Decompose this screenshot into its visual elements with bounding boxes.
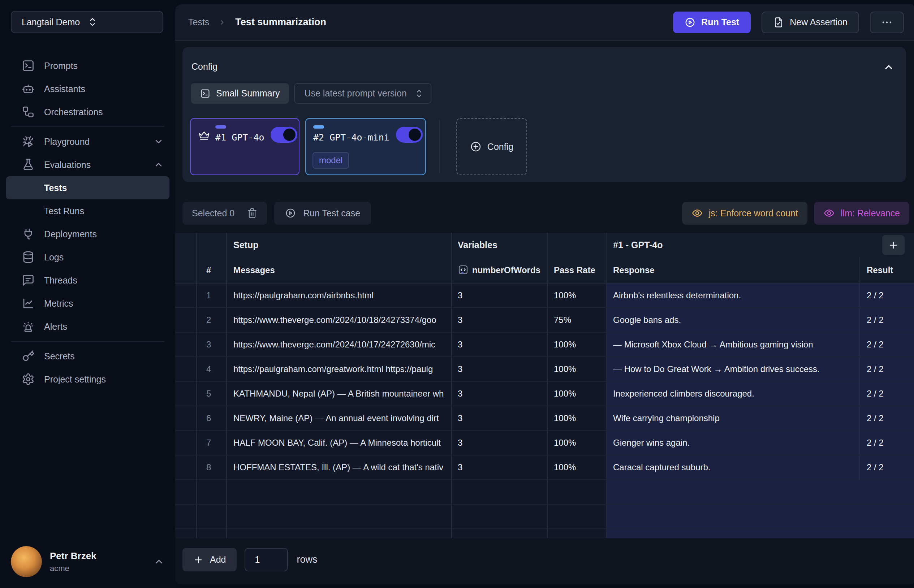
sidebar-item-prompts[interactable]: Prompts [6,54,170,77]
breadcrumb-tests[interactable]: Tests [188,17,209,27]
sidebar-item-secrets[interactable]: Secrets [6,344,170,368]
message-cell[interactable]: HOFFMAN ESTATES, Ill. (AP) — A wild cat … [227,456,452,479]
table-row[interactable]: 4 https://paulgraham.com/greatwork.html … [175,357,914,382]
model-tag[interactable]: model [313,152,349,169]
model-toggle[interactable] [396,127,423,143]
workflow-icon [22,105,35,118]
more-options-button[interactable] [870,11,904,33]
variable-cell[interactable]: 3 [452,284,548,307]
row-select-cell[interactable] [175,456,197,479]
pass-rate-cell: 100% [548,284,607,307]
model-rank: #1 [215,132,226,143]
prompt-chip[interactable]: Small Summary [191,83,289,103]
result-cell[interactable]: 2 / 2 [859,308,914,332]
workspace-selector[interactable]: Langtail Demo [11,11,163,33]
variable-cell[interactable]: 3 [452,308,548,332]
row-select-cell[interactable] [175,333,197,357]
sidebar-item-playground[interactable]: Playground [6,130,170,153]
table-row[interactable]: 5 KATHMANDU, Nepal (AP) — A British moun… [175,382,914,406]
result-cell[interactable]: 2 / 2 [859,333,914,357]
response-cell[interactable]: Google bans ads. [607,308,859,332]
collapse-chevron-icon[interactable] [883,61,895,73]
model-accent-dash [215,125,226,129]
sidebar-item-logs[interactable]: Logs [6,246,170,269]
row-select-cell[interactable] [175,431,197,455]
sidebar-item-metrics[interactable]: Metrics [6,292,170,315]
variable-cell[interactable]: 3 [452,382,548,405]
run-test-button[interactable]: Run Test [673,11,751,33]
bot-icon [22,82,35,95]
row-select-cell[interactable] [175,406,197,430]
response-cell[interactable]: Wife carrying championship [607,406,859,430]
variable-cell[interactable]: 3 [452,333,548,357]
message-cell[interactable]: HALF MOON BAY, Calif. (AP) — A Minnesota… [227,431,452,455]
message-cell[interactable]: KATHMANDU, Nepal (AP) — A British mounta… [227,382,452,405]
sidebar-item-label: Playground [44,137,153,147]
row-select-cell[interactable] [175,284,197,307]
response-cell[interactable]: Gienger wins again. [607,431,859,455]
result-cell[interactable]: 2 / 2 [859,406,914,430]
response-cell[interactable]: Caracal captured suburb. [607,456,859,479]
response-cell[interactable]: Airbnb's relentless determination. [607,284,859,307]
run-test-case-button[interactable]: Run Test case [274,202,371,225]
table-row[interactable]: 3 https://www.theverge.com/2024/10/17/24… [175,333,914,357]
table-row[interactable]: 2 https://www.theverge.com/2024/10/18/24… [175,308,914,333]
sidebar-item-threads[interactable]: Threads [6,269,170,292]
model-toggle[interactable] [271,127,297,143]
table-row[interactable]: 6 NEWRY, Maine (AP) — An annual event in… [175,406,914,431]
row-select-cell[interactable] [175,308,197,332]
table-row[interactable]: 8 HOFFMAN ESTATES, Ill. (AP) — A wild ca… [175,456,914,480]
sidebar-item-project-settings[interactable]: Project settings [6,368,170,391]
model-card-gpt4o-mini[interactable]: #2 GPT-4o-mini model [305,118,426,175]
table-row[interactable]: 1 https://paulgraham.com/airbnbs.html 3 … [175,284,914,308]
add-rows-button[interactable]: Add [182,548,237,571]
sidebar-item-assistants[interactable]: Assistants [6,77,170,100]
variable-cell[interactable]: 3 [452,406,548,430]
group-variables: Variables [452,233,548,257]
message-cell[interactable]: NEWRY, Maine (AP) — An annual event invo… [227,406,452,430]
message-cell[interactable]: https://www.theverge.com/2024/10/17/2427… [227,333,452,357]
sidebar-nav: Prompts Assistants Orchestrations Playgr… [6,54,170,391]
result-cell[interactable]: 2 / 2 [859,357,914,381]
sidebar-item-test-runs[interactable]: Test Runs [6,199,170,223]
result-cell[interactable]: 2 / 2 [859,431,914,455]
crown-icon [198,130,210,142]
assertion-badge-llm[interactable]: llm: Relevance [814,202,909,225]
add-config-button[interactable]: Config [456,118,527,175]
prompt-version-select[interactable]: Use latest prompt version [294,83,431,103]
rows-label: rows [297,554,317,565]
table-row[interactable]: 7 HALF MOON BAY, Calif. (AP) — A Minneso… [175,431,914,456]
response-cell[interactable]: Inexperienced climbers discouraged. [607,382,859,405]
variable-cell[interactable]: 3 [452,456,548,479]
sidebar-item-orchestrations[interactable]: Orchestrations [6,100,170,124]
row-select-cell[interactable] [175,357,197,381]
row-select-cell[interactable] [175,382,197,405]
sidebar-item-deployments[interactable]: Deployments [6,223,170,246]
result-cell[interactable]: 2 / 2 [859,382,914,405]
new-assertion-button[interactable]: New Assertion [762,11,859,33]
message-cell[interactable]: https://paulgraham.com/airbnbs.html [227,284,452,307]
sidebar-item-alerts[interactable]: Alerts [6,315,170,338]
message-cell[interactable]: https://paulgraham.com/greatwork.html ht… [227,357,452,381]
add-model-column-button[interactable] [882,235,904,255]
sidebar-item-evaluations[interactable]: Evaluations [6,153,170,176]
rows-count-input[interactable] [245,548,288,571]
user-menu[interactable]: Petr Brzek acme [11,546,165,577]
table-column-header: # Messages numberOfWords Pass Rate Respo… [175,257,914,284]
trash-icon[interactable] [247,208,258,218]
col-response: Response [607,257,859,283]
sidebar-item-tests[interactable]: Tests [6,176,170,199]
result-cell[interactable]: 2 / 2 [859,284,914,307]
response-cell[interactable]: — Microsoft Xbox Cloud → Ambitious gamin… [607,333,859,357]
pass-rate-cell: 100% [548,357,607,381]
model-card-gpt4o[interactable]: #1 GPT-4o [190,118,299,175]
response-cell[interactable]: — How to Do Great Work → Ambition drives… [607,357,859,381]
message-cell[interactable]: https://www.theverge.com/2024/10/18/2427… [227,308,452,332]
row-number: 3 [197,333,227,357]
result-cell[interactable]: 2 / 2 [859,456,914,479]
variable-cell[interactable]: 3 [452,431,548,455]
assertion-badge-js[interactable]: js: Enforce word count [682,202,807,225]
run-test-case-label: Run Test case [303,208,360,218]
sidebar-item-label: Orchestrations [44,107,164,117]
variable-cell[interactable]: 3 [452,357,548,381]
